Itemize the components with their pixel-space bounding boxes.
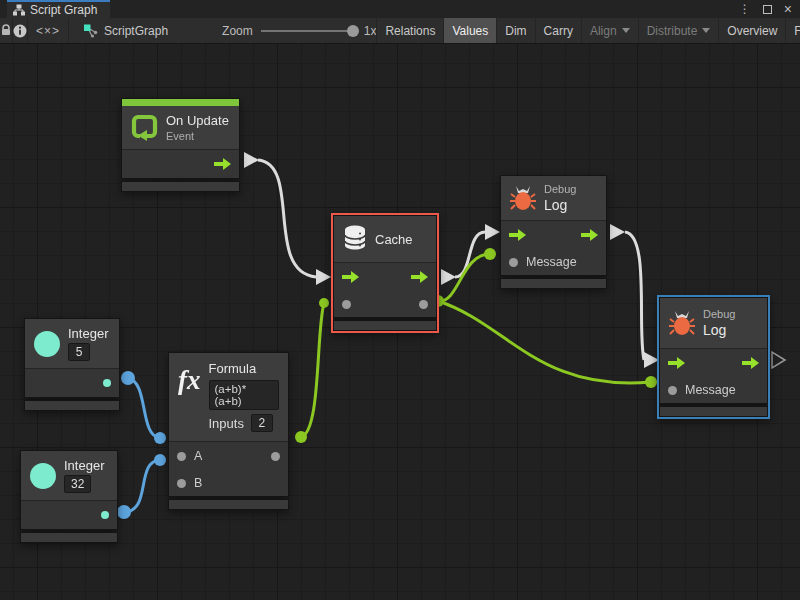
- integer-value-field[interactable]: 32: [64, 475, 91, 493]
- port-row: [501, 221, 606, 249]
- port-label: A: [194, 449, 202, 463]
- node-footer: [168, 499, 289, 510]
- inputs-count-field[interactable]: 2: [251, 414, 273, 432]
- port-row: Message: [660, 377, 767, 403]
- node-integer-1[interactable]: Integer 5: [24, 318, 120, 411]
- node-on-update-main: On Update Event: [121, 98, 240, 179]
- window-menu-icon[interactable]: ⋮: [739, 3, 751, 15]
- value-output-port[interactable]: [419, 300, 428, 309]
- bug-icon: [510, 185, 536, 211]
- inputs-label: Inputs: [209, 416, 244, 431]
- graph-hierarchy-icon: [13, 4, 25, 16]
- node-formula[interactable]: fx Formula (a+b)*(a+b) Inputs 2 A B: [168, 352, 289, 510]
- graph-toolbar: <×> ScriptGraph Zoom 1x Relations Values…: [0, 18, 800, 44]
- lock-icon: [0, 24, 12, 37]
- flow-input-port[interactable]: [342, 271, 359, 283]
- port-row: [21, 501, 117, 529]
- loop-event-icon: [131, 114, 158, 141]
- zoom-value: 1x: [364, 24, 377, 38]
- distribute-button[interactable]: Distribute: [638, 18, 719, 43]
- port-row: Message: [501, 249, 606, 275]
- value-output-port[interactable]: [101, 511, 109, 519]
- flow-output-port[interactable]: [411, 271, 428, 283]
- flow-input-port[interactable]: [668, 357, 685, 369]
- value-output-port[interactable]: [271, 452, 280, 461]
- overview-button[interactable]: Overview: [718, 18, 785, 43]
- node-debug-log-1-main: Debug Log Message: [500, 175, 607, 276]
- tab-script-graph[interactable]: Script Graph: [7, 0, 110, 18]
- info-icon: [13, 24, 27, 38]
- input-port-a[interactable]: [177, 452, 186, 461]
- integer-type-icon: [30, 463, 56, 489]
- relations-button[interactable]: Relations: [376, 18, 443, 43]
- node-footer: [20, 532, 118, 543]
- zoom-slider[interactable]: [261, 30, 356, 32]
- chevron-down-icon: [702, 28, 710, 33]
- node-title: Cache: [375, 232, 413, 247]
- input-port-b[interactable]: [177, 479, 186, 488]
- node-header: Cache: [334, 216, 436, 263]
- node-title: Log: [544, 197, 576, 213]
- flow-output-port[interactable]: [581, 229, 598, 241]
- node-kind: Debug: [703, 308, 735, 320]
- port-row: [334, 263, 436, 291]
- node-debug-log-2[interactable]: Debug Log Message: [659, 297, 768, 417]
- node-title: On Update: [166, 113, 229, 128]
- node-integer-2-main: Integer 32: [20, 450, 118, 530]
- value-input-port[interactable]: [342, 300, 351, 309]
- integer-type-icon: [34, 331, 60, 357]
- node-footer: [500, 278, 607, 289]
- formula-inputs-row: Inputs 2: [209, 414, 280, 432]
- carry-button[interactable]: Carry: [535, 18, 581, 43]
- script-graph-icon: [83, 24, 98, 38]
- node-title: Log: [703, 322, 735, 338]
- node-cache[interactable]: Cache: [333, 215, 437, 331]
- maximize-icon[interactable]: [763, 5, 772, 14]
- node-formula-main: fx Formula (a+b)*(a+b) Inputs 2 A B: [168, 352, 289, 497]
- node-subtitle: Event: [166, 130, 229, 142]
- align-button[interactable]: Align: [581, 18, 638, 43]
- lock-button[interactable]: [0, 18, 13, 43]
- port-row: [122, 150, 239, 178]
- node-header: Integer 32: [21, 451, 117, 501]
- unity-script-graph-window: { "window": { "tab_title": "Script Graph…: [0, 0, 800, 600]
- code-toggle-label: <×>: [36, 24, 60, 38]
- close-icon[interactable]: ×: [784, 2, 792, 16]
- flow-output-port[interactable]: [214, 158, 231, 170]
- node-header: Integer 5: [25, 319, 119, 369]
- node-debug-log-1[interactable]: Debug Log Message: [500, 175, 607, 289]
- port-row: [25, 369, 119, 397]
- port-row: A: [169, 442, 288, 470]
- flow-input-port[interactable]: [509, 229, 526, 241]
- toggle-values-button[interactable]: <×>: [28, 18, 69, 43]
- zoom-control: Zoom 1x: [222, 18, 376, 43]
- port-row: [660, 349, 767, 377]
- port-row: B: [169, 470, 288, 496]
- formula-expression-field[interactable]: (a+b)*(a+b): [209, 380, 280, 410]
- fullscreen-button[interactable]: Full Screen: [785, 18, 800, 43]
- toolbar-buttons: Relations Values Dim Carry Align Distrib…: [376, 18, 800, 43]
- dim-button[interactable]: Dim: [496, 18, 534, 43]
- node-header: Debug Log: [660, 298, 767, 349]
- formula-fx-icon: fx: [178, 367, 201, 394]
- values-button[interactable]: Values: [443, 18, 496, 43]
- node-header: fx Formula (a+b)*(a+b) Inputs 2: [169, 353, 288, 442]
- message-input-port[interactable]: [509, 258, 518, 267]
- node-cache-main: Cache: [333, 215, 437, 318]
- inspector-button[interactable]: [13, 18, 28, 43]
- integer-value-field[interactable]: 5: [68, 343, 90, 361]
- message-input-port[interactable]: [668, 386, 677, 395]
- node-debug-log-2-main: Debug Log Message: [659, 297, 768, 404]
- node-integer-1-main: Integer 5: [24, 318, 120, 398]
- bug-icon: [669, 310, 695, 336]
- node-header: Debug Log: [501, 176, 606, 221]
- tab-title: Script Graph: [30, 3, 97, 17]
- node-on-update[interactable]: On Update Event: [121, 98, 240, 192]
- flow-output-port[interactable]: [742, 357, 759, 369]
- graph-breadcrumb[interactable]: ScriptGraph: [69, 18, 180, 43]
- value-output-port[interactable]: [103, 379, 111, 387]
- node-footer: [333, 320, 437, 331]
- node-kind: Debug: [544, 183, 576, 195]
- zoom-slider-handle[interactable]: [347, 25, 359, 37]
- node-integer-2[interactable]: Integer 32: [20, 450, 118, 543]
